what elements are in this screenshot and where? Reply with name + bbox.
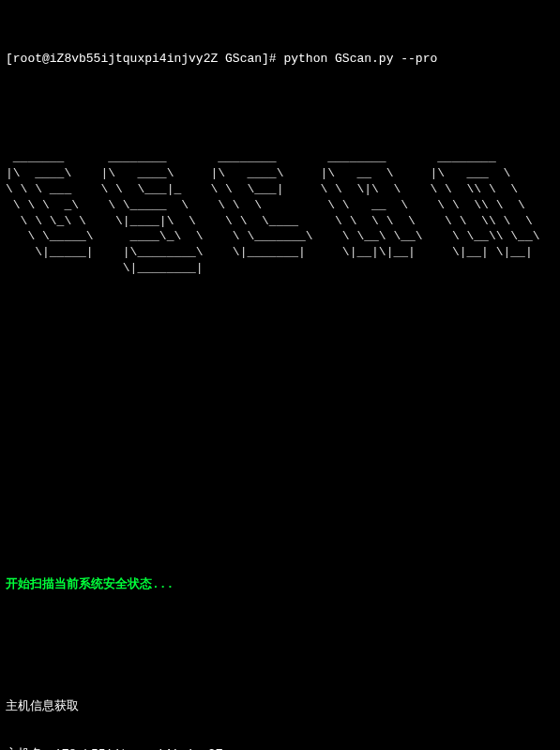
- hostinfo-block: 主机名：iZ8vb55ijtquxpi4injvy2Z主机IP：172.26.7…: [6, 747, 554, 750]
- hostinfo-title: 主机信息获取: [6, 699, 554, 715]
- shell-prompt: [root@iZ8vb55ijtquxpi4injvy2Z GScan]# py…: [6, 52, 554, 68]
- hostinfo-line: 主机名：iZ8vb55ijtquxpi4injvy2Z: [6, 747, 554, 750]
- scan-status-line: 开始扫描当前系统安全状态...: [6, 577, 554, 593]
- banner-meta: {version:v0.1} {author:咚咚呛} http://grayd…: [540, 150, 561, 428]
- banner: _______ ________ ________ ________ _____…: [6, 150, 554, 428]
- ascii-logo: _______ ________ ________ ________ _____…: [6, 150, 540, 428]
- terminal-output: [root@iZ8vb55ijtquxpi4injvy2Z GScan]# py…: [0, 0, 560, 750]
